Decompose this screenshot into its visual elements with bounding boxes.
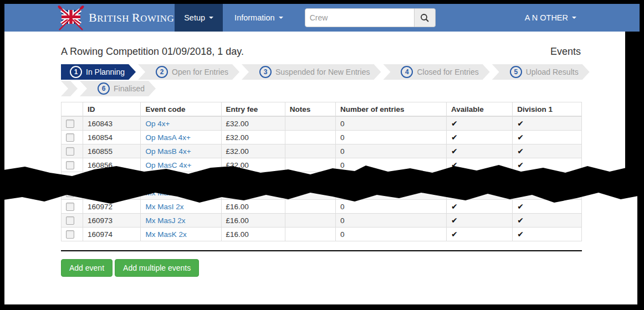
chevron-down-icon	[279, 17, 283, 19]
notes	[285, 186, 335, 200]
search-button[interactable]	[415, 8, 436, 27]
wizard-wrap-wedge	[61, 81, 78, 96]
event-code-link[interactable]: Mx MasI 2x	[145, 203, 183, 211]
available-check-icon: ✔	[447, 144, 513, 158]
add-event-button[interactable]: Add event	[61, 259, 113, 277]
add-multiple-events-button[interactable]: Add multiple events	[115, 259, 199, 277]
row-checkbox[interactable]	[66, 120, 74, 128]
nav-menu-information[interactable]: Information	[225, 4, 293, 32]
available-check-icon: ✔	[447, 158, 513, 172]
wizard-step-upload-results[interactable]: 5Upload Results	[492, 64, 590, 80]
column-header-Number of entries: Number of entries	[335, 102, 446, 117]
event-id: 160971	[83, 186, 140, 200]
entry-fee: £16.00	[221, 228, 285, 241]
divider	[61, 250, 582, 251]
division1-check-icon: ✔	[513, 228, 582, 241]
number-of-entries: 0	[335, 116, 446, 131]
number-of-entries: 0	[335, 158, 446, 172]
section-label: Events	[550, 46, 581, 58]
row-checkbox[interactable]	[66, 203, 74, 211]
available-check-icon: ✔	[447, 116, 513, 131]
page-content: A Rowing Competition 01/09/2018, 1 day. …	[4, 32, 637, 304]
notes	[285, 144, 335, 158]
column-header-Available: Available	[447, 102, 513, 117]
search-icon	[420, 13, 430, 23]
wizard-row-1: 1In Planning2Open for Entries3Suspended …	[61, 64, 581, 80]
step-label: In Planning	[86, 68, 125, 76]
row-checkbox[interactable]	[66, 161, 74, 169]
events-table: IDEvent codeEntry feeNotesNumber of entr…	[61, 102, 582, 241]
entry-fee: £32.00	[221, 116, 285, 131]
event-row-160973: 160973Mx MasJ 2x£16.000✔✔	[62, 214, 582, 228]
event-row-160855: 160855Op MasB 4x+£32.000✔✔	[62, 144, 582, 158]
event-id: 160855	[83, 144, 140, 158]
event-code-link[interactable]: Op 4x+	[145, 120, 170, 128]
step-number: 5	[510, 66, 522, 78]
wizard-step-in-planning[interactable]: 1In Planning	[61, 64, 136, 80]
event-code-link[interactable]: Mx MasK 2x	[145, 230, 186, 239]
wizard-step-suspended-for-new-entries[interactable]: 3Suspended for New Entries	[242, 64, 381, 80]
wizard-step-open-for-entries[interactable]: 2Open for Entries	[138, 64, 239, 80]
event-code-link[interactable]: Mx MasJ 2x	[145, 216, 185, 225]
user-menu[interactable]: A N OTHER	[525, 4, 576, 32]
number-of-entries: 0	[335, 144, 446, 158]
event-id: 160854	[83, 131, 140, 144]
column-header-Notes: Notes	[285, 102, 335, 117]
entry-fee: £32.00	[221, 158, 285, 172]
british-rowing-logo-icon	[58, 5, 84, 32]
nav-menu-information-label: Information	[234, 13, 275, 22]
step-label: Suspended for New Entries	[275, 68, 370, 76]
step-number: 3	[259, 66, 272, 78]
number-of-entries: 0	[335, 186, 446, 200]
wizard-step-closed-for-entries[interactable]: 4Closed for Entries	[383, 64, 489, 80]
column-header-Event code: Event code	[141, 102, 221, 117]
column-header-Division 1: Division 1	[513, 102, 582, 117]
event-id: 160972	[83, 200, 140, 214]
event-row-160854: 160854Op MasA 4x+£32.000✔✔	[62, 131, 582, 144]
entry-fee: £32.00	[221, 131, 285, 144]
row-checkbox[interactable]	[66, 189, 74, 197]
step-label: Upload Results	[526, 68, 579, 76]
available-check-icon: ✔	[447, 131, 513, 144]
division1-check-icon: ✔	[513, 131, 582, 144]
event-row-160971: 160971Mx MasH 2x£16.000✔✔	[62, 186, 582, 200]
event-row-160972: 160972Mx MasI 2x£16.000✔✔	[62, 200, 582, 214]
british-rowing-brand[interactable]: BritishRowing	[58, 4, 174, 32]
step-label: Closed for Entries	[417, 68, 478, 76]
event-row-160843: 160843Op 4x+£32.000✔✔	[62, 116, 582, 131]
row-checkbox[interactable]	[66, 216, 74, 225]
division1-check-icon: ✔	[513, 144, 582, 158]
event-code-link[interactable]: Op MasC 4x+	[145, 161, 191, 169]
step-label: Finalised	[114, 84, 145, 93]
event-code-link[interactable]: Op MasB 4x+	[145, 147, 191, 156]
notes	[285, 200, 335, 214]
entry-fee: £16.00	[221, 186, 285, 200]
available-check-icon: ✔	[447, 200, 513, 214]
row-checkbox[interactable]	[66, 133, 74, 142]
wizard-step-finalised[interactable]: 6Finalised	[80, 81, 156, 96]
event-id: 160856	[83, 158, 140, 172]
status-wizard: 1In Planning2Open for Entries3Suspended …	[61, 64, 581, 96]
notes	[285, 131, 335, 144]
row-checkbox[interactable]	[66, 230, 74, 239]
nav-menu-setup[interactable]: Setup	[175, 4, 223, 32]
division1-check-icon: ✔	[513, 200, 582, 214]
column-header-Entry fee: Entry fee	[221, 102, 285, 117]
event-id: 160973	[83, 214, 140, 228]
user-menu-label: A N OTHER	[525, 13, 568, 22]
event-code-link[interactable]: Mx MasH 2x	[145, 189, 187, 197]
notes	[285, 116, 335, 131]
number-of-entries: 0	[335, 131, 446, 144]
notes	[285, 158, 335, 172]
step-label: Open for Entries	[172, 68, 228, 76]
notes	[285, 228, 335, 241]
search-input[interactable]	[305, 8, 415, 27]
division1-check-icon: ✔	[513, 158, 582, 172]
notes	[285, 214, 335, 228]
row-checkbox[interactable]	[66, 147, 74, 156]
entry-fee: £16.00	[221, 200, 285, 214]
top-navbar: BritishRowing Setup Information A N OTHE…	[4, 4, 640, 32]
event-code-link[interactable]: Op MasA 4x+	[145, 133, 190, 142]
redacted-rows-spacer	[62, 172, 582, 186]
table-header-row: IDEvent codeEntry feeNotesNumber of entr…	[62, 102, 582, 117]
